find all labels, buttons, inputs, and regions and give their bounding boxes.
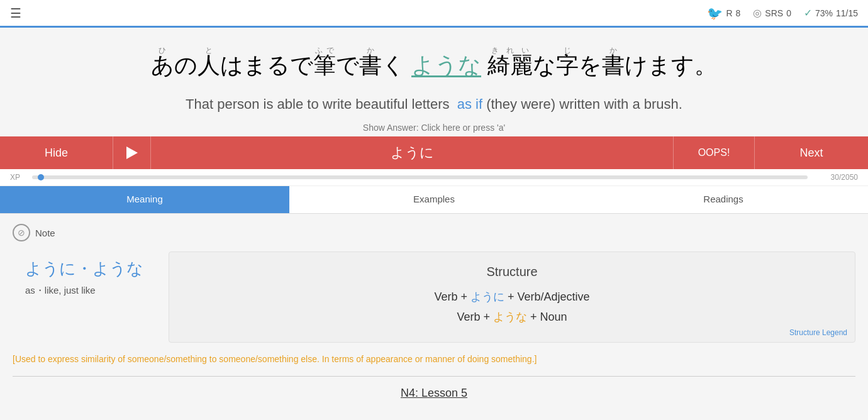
japanese-text-kirei: 綺麗きれい <box>487 52 533 78</box>
next-button[interactable]: Next <box>755 136 868 169</box>
play-button[interactable] <box>113 136 151 169</box>
lesson-link[interactable]: N4: Lesson 5 <box>13 387 855 406</box>
word-japanese: ように・ような <box>25 258 143 280</box>
youna-word: ような <box>411 52 481 78</box>
show-answer-text: Show Answer: Click here or press 'a' <box>363 123 505 133</box>
english-highlight: as if <box>457 96 482 112</box>
sentence-area: あの人ひとはまるで筆ふでで書かく ような 綺麗きれいな字じを書かけます。 Tha… <box>0 28 868 119</box>
progress-value: 11/15 <box>836 8 858 18</box>
main-content-row: ように・ような as・like, just like Structure Ver… <box>13 251 855 343</box>
japanese-text-ano: あの人ひと <box>151 52 220 78</box>
xp-label: XP <box>10 173 26 182</box>
structure-title: Structure <box>188 265 836 279</box>
top-bar: ☰ 🐦 R 8 ◎ SRS 0 ✓ 73% 11/15 <box>0 0 868 28</box>
xp-dot <box>38 174 44 180</box>
japanese-text-kakemasu: 書か <box>602 52 625 78</box>
japanese-text-fude: 筆ふで <box>313 52 336 78</box>
srs-stat: ◎ SRS 0 <box>753 7 791 19</box>
srs-icon: ◎ <box>753 7 762 19</box>
tab-meaning[interactable]: Meaning <box>0 186 289 213</box>
english-prefix: That person is able to write beautiful l… <box>186 96 449 112</box>
xp-value: 30/2050 <box>814 173 858 182</box>
srs-value: 0 <box>786 8 791 18</box>
hide-button[interactable]: Hide <box>0 136 113 169</box>
divider <box>13 376 855 377</box>
answer-word: ように <box>151 136 673 169</box>
check-icon: ✓ <box>804 7 812 19</box>
description-text: [Used to express similarity of someone/s… <box>13 353 855 366</box>
word-panel: ように・ような as・like, just like <box>13 251 156 303</box>
xp-track <box>32 175 808 179</box>
oops-button[interactable]: OOPS! <box>673 136 755 169</box>
note-icon: ⊘ <box>13 224 30 241</box>
english-translation: That person is able to write beautiful l… <box>25 96 843 113</box>
structure-line-2: Verb + ような + Noun <box>188 309 836 324</box>
tab-readings[interactable]: Readings <box>579 186 868 213</box>
top-bar-stats: 🐦 R 8 ◎ SRS 0 ✓ 73% 11/15 <box>707 6 858 21</box>
hamburger-menu-icon[interactable]: ☰ <box>10 6 21 21</box>
structure-box: Structure Verb + ように + Verb/Adjective Ve… <box>169 251 855 343</box>
srs-label: SRS <box>765 8 783 18</box>
bird-stat: 🐦 R 8 <box>707 6 740 21</box>
r-value: 8 <box>736 8 741 18</box>
structure-line-1: Verb + ように + Verb/Adjective <box>188 289 836 304</box>
answer-bar: Hide ように OOPS! Next <box>0 136 868 169</box>
content-area: ⊘ Note ように・ような as・like, just like Struct… <box>0 214 868 416</box>
progress-stat: ✓ 73% 11/15 <box>804 7 858 19</box>
show-answer-bar[interactable]: Show Answer: Click here or press 'a' <box>0 119 868 136</box>
english-suffix: (they were) written with a brush. <box>486 96 682 112</box>
japanese-sentence: あの人ひとはまるで筆ふでで書かく ような 綺麗きれいな字じを書かけます。 <box>25 40 843 90</box>
japanese-text-ji: 字じ <box>556 52 579 78</box>
r-label: R <box>726 8 732 18</box>
xp-bar-container: XP 30/2050 <box>0 169 868 186</box>
japanese-text-kaku: 書か <box>359 52 382 78</box>
note-row: ⊘ Note <box>13 224 855 241</box>
percent-value: 73% <box>815 8 833 18</box>
tab-examples[interactable]: Examples <box>289 186 579 213</box>
word-english: as・like, just like <box>25 285 143 297</box>
structure-legend-link[interactable]: Structure Legend <box>789 328 847 337</box>
bird-icon: 🐦 <box>707 6 723 21</box>
note-label: Note <box>35 228 55 238</box>
tabs-container: Meaning Examples Readings <box>0 186 868 214</box>
play-icon <box>126 146 138 159</box>
